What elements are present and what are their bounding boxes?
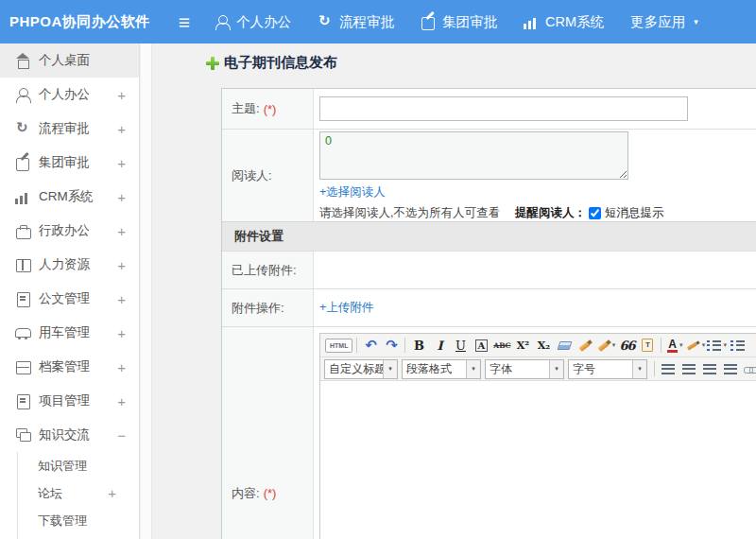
expand-icon[interactable]: + <box>117 155 126 171</box>
bold-icon[interactable]: B <box>408 336 429 356</box>
font-frame-icon-glyph: A <box>475 339 489 352</box>
paragraph-select[interactable]: 段落格式▾ <box>402 359 481 379</box>
sidebar-item-vehicle-management[interactable]: 用车管理+ <box>0 316 139 350</box>
eraser-icon[interactable] <box>554 336 575 356</box>
editor-content-area[interactable] <box>320 381 756 539</box>
sidebar-item-crm-system[interactable]: CRM系统+ <box>0 180 139 214</box>
nav-item-crm-system[interactable]: CRM系统 <box>524 13 604 31</box>
nav-item-process-approval[interactable]: 流程审批 <box>318 13 394 31</box>
superscript-icon[interactable]: X² <box>512 336 533 356</box>
readers-textarea[interactable] <box>319 131 628 180</box>
sidebar-item-public-file-cabinet[interactable]: 公共文件柜 <box>18 534 139 539</box>
paintbrush-icon[interactable] <box>575 336 595 356</box>
publish-form: 主题: (*) 阅读人: +选择阅读人 请选择阅读人,不选为所有人可查看 提醒阅… <box>221 88 756 539</box>
sidebar-item-forum[interactable]: 论坛+ <box>18 479 139 507</box>
ordered-list-icon[interactable]: ▾ <box>706 336 728 356</box>
expand-icon[interactable]: + <box>117 325 126 341</box>
caret-down-icon[interactable]: ▾ <box>612 341 616 349</box>
expand-icon[interactable]: + <box>117 189 126 205</box>
sms-notify-checkbox[interactable] <box>589 207 601 219</box>
sidebar-item-human-resources[interactable]: 人力资源+ <box>0 248 139 282</box>
caret-down-icon[interactable]: ▾ <box>702 341 706 349</box>
highlight-icon[interactable]: ▾ <box>685 336 706 356</box>
unordered-list-icon[interactable] <box>728 336 748 356</box>
italic-icon[interactable]: I <box>429 336 450 356</box>
select-readers-link[interactable]: +选择阅读人 <box>319 184 756 200</box>
app-logo: PHPOA协同办公软件 <box>9 13 150 31</box>
caret-down-icon[interactable]: ▾ <box>549 360 563 378</box>
bold-icon-glyph: B <box>414 339 424 353</box>
strikethrough-icon[interactable]: ABC <box>491 336 512 356</box>
expand-icon[interactable]: + <box>108 485 116 501</box>
paste-plain-icon[interactable] <box>637 336 658 356</box>
undo-icon-glyph: ↶ <box>365 337 377 354</box>
expand-icon[interactable]: + <box>117 291 126 307</box>
source-code-button-glyph: HTML <box>325 339 352 353</box>
sms-notify-label: 短消息提示 <box>605 205 664 221</box>
sidebar-item-document-management[interactable]: 公文管理+ <box>0 282 139 316</box>
caret-down-icon[interactable]: ▾ <box>632 360 646 378</box>
sidebar-item-label: 档案管理 <box>39 358 90 375</box>
sidebar-item-personal-office[interactable]: 个人办公+ <box>0 78 139 112</box>
sidebar-scrollbar[interactable] <box>141 43 152 539</box>
blockquote-icon-glyph: 66 <box>619 339 634 353</box>
sidebar-item-download-management[interactable]: 下载管理 <box>18 507 139 534</box>
font-size-select[interactable]: 字号▾ <box>568 359 647 379</box>
page-title-text: 电子期刊信息发布 <box>224 54 337 72</box>
menu-toggle-icon[interactable]: ≡ <box>179 12 190 32</box>
sidebar-item-admin-office[interactable]: 行政办公+ <box>0 214 139 248</box>
font-frame-icon[interactable]: A <box>471 336 491 356</box>
sidebar-item-label: 个人办公 <box>39 86 90 103</box>
caret-down-icon[interactable]: ▾ <box>466 360 480 378</box>
align-left-icon[interactable] <box>658 359 679 379</box>
attachment-ops-row: 附件操作: +上传附件 <box>222 288 756 326</box>
nav-item-label: 个人办公 <box>236 13 291 31</box>
caret-down-icon[interactable]: ▾ <box>723 341 727 349</box>
sidebar-item-personal-desktop[interactable]: 个人桌面 <box>0 43 139 78</box>
subject-input[interactable] <box>319 96 688 121</box>
heading-select[interactable]: 自定义标题▾ <box>324 359 398 379</box>
format-painter-icon[interactable]: ▾ <box>595 336 616 356</box>
font-name-select[interactable]: 字体▾ <box>485 359 564 379</box>
font-color-icon[interactable]: A▾ <box>664 336 685 356</box>
collapse-icon[interactable]: − <box>117 427 126 443</box>
subject-row: 主题: (*) <box>222 89 756 129</box>
expand-icon[interactable]: + <box>117 121 126 137</box>
source-code-button[interactable]: HTML <box>324 336 353 356</box>
chat-icon <box>15 427 30 443</box>
readers-row: 阅读人: +选择阅读人 请选择阅读人,不选为所有人可查看 提醒阅读人： 短消息提… <box>222 129 756 221</box>
expand-icon[interactable]: + <box>117 87 126 103</box>
caret-down-icon[interactable]: ▾ <box>679 341 683 349</box>
toolbar-separator <box>356 338 357 353</box>
sidebar-item-group-approval[interactable]: 集团审批+ <box>0 146 139 180</box>
sidebar-item-project-management[interactable]: 项目管理+ <box>0 384 139 418</box>
upload-attachment-link[interactable]: +上传附件 <box>319 300 756 316</box>
redo-icon[interactable]: ↷ <box>381 336 402 356</box>
link-icon[interactable] <box>741 359 756 379</box>
align-right-icon[interactable] <box>699 359 720 379</box>
blockquote-icon[interactable]: 66 <box>616 336 637 356</box>
redo-icon-glyph: ↷ <box>386 337 398 354</box>
nav-item-label: 集团审批 <box>442 13 497 31</box>
expand-icon[interactable]: + <box>117 359 126 375</box>
subscript-icon[interactable]: X₂ <box>533 336 554 356</box>
expand-icon[interactable]: + <box>117 257 126 273</box>
sidebar-item-archive-management[interactable]: 档案管理+ <box>0 350 139 384</box>
nav-item-more-apps[interactable]: 更多应用▾ <box>630 13 698 31</box>
expand-icon[interactable]: + <box>117 223 126 239</box>
expand-icon[interactable]: + <box>117 393 126 409</box>
align-justify-icon[interactable] <box>720 359 741 379</box>
sidebar-item-knowledge-exchange[interactable]: 知识交流− <box>0 418 139 452</box>
editor-toolbar-row1: HTML↶↷BIUAABCX²X₂▾66A▾▾▾ <box>320 334 756 357</box>
align-center-icon[interactable] <box>679 359 699 379</box>
readers-hint: 请选择阅读人,不选为所有人可查看 <box>319 205 500 221</box>
underline-icon[interactable]: U <box>450 336 471 356</box>
attachment-section-header: 附件设置 <box>222 221 756 251</box>
undo-icon[interactable]: ↶ <box>360 336 381 356</box>
sidebar-item-process-approval[interactable]: 流程审批+ <box>0 112 139 146</box>
caret-down-icon[interactable]: ▾ <box>383 360 397 378</box>
sidebar-item-label: 下载管理 <box>38 513 87 530</box>
nav-item-group-approval[interactable]: 集团审批 <box>421 13 497 31</box>
sidebar-item-knowledge-management[interactable]: 知识管理 <box>18 452 139 479</box>
nav-item-personal-office[interactable]: 个人办公 <box>215 13 291 31</box>
